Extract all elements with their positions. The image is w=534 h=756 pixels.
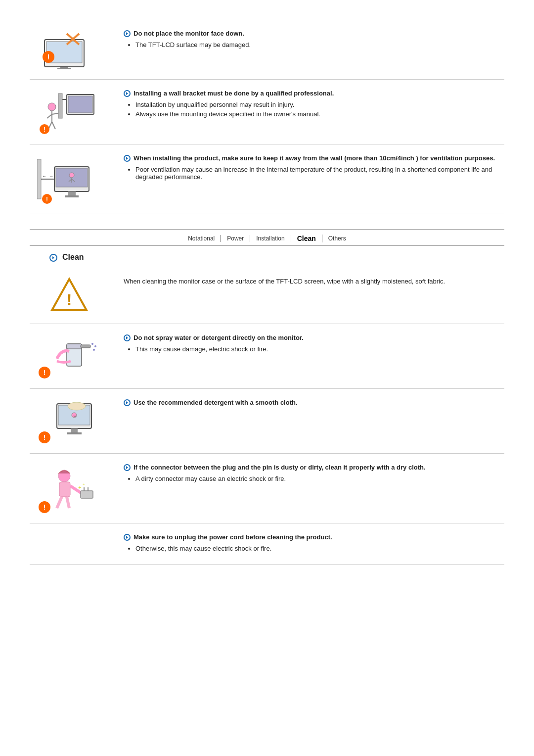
- svg-point-48: [68, 402, 86, 410]
- svg-line-62: [67, 497, 69, 508]
- svg-rect-56: [81, 491, 93, 498]
- svg-point-25: [69, 173, 74, 178]
- svg-point-39: [91, 343, 93, 345]
- clean-caution-text: When cleaning the monitor case or the su…: [124, 277, 504, 286]
- svg-line-15: [52, 113, 58, 114]
- bullet-item: Poor ventilation may cause an increase i…: [135, 166, 504, 181]
- svg-text:!: !: [67, 291, 72, 309]
- circle-arrow-icon: [124, 534, 131, 541]
- wall-bracket-image: !: [30, 90, 109, 134]
- svg-text:←: ←: [42, 174, 46, 179]
- no-spray-image: !: [30, 334, 109, 378]
- circle-arrow-icon: [124, 30, 131, 37]
- circle-arrow-icon: [124, 399, 131, 406]
- bullet-item: Always use the mounting device specified…: [135, 110, 504, 118]
- face-down-heading: Do not place the monitor face down.: [124, 30, 504, 37]
- connector-heading: If the connector between the plug and th…: [124, 464, 504, 471]
- svg-line-14: [47, 114, 52, 118]
- no-spray-section: ! Do not spray water or detergent direct…: [30, 324, 504, 389]
- svg-rect-11: [58, 94, 62, 118]
- svg-rect-37: [67, 344, 82, 349]
- svg-rect-24: [65, 195, 79, 197]
- warning-triangle-image: !: [30, 277, 109, 314]
- unplug-section: Make sure to unplug the power cord befor…: [30, 523, 504, 565]
- svg-text:!: !: [44, 126, 45, 133]
- svg-line-17: [52, 122, 55, 129]
- svg-rect-20: [37, 159, 41, 199]
- svg-text:→: →: [49, 174, 53, 179]
- svg-text:✦: ✦: [78, 485, 82, 490]
- nav-power[interactable]: Power: [221, 235, 250, 242]
- bullet-item: Installation by unqualified personnel ma…: [135, 101, 504, 108]
- face-down-image: !: [30, 30, 109, 69]
- ventilation-bullets: Poor ventilation may cause an increase i…: [135, 166, 504, 181]
- svg-text:!: !: [44, 433, 46, 441]
- svg-rect-54: [59, 482, 70, 497]
- bullet-item: A dirty connector may cause an electric …: [135, 475, 504, 482]
- unplug-content: Make sure to unplug the power cord befor…: [124, 533, 504, 554]
- svg-point-41: [93, 349, 95, 351]
- ventilation-section: ← → ! When installing the product, make …: [30, 144, 504, 214]
- circle-arrow-icon: [124, 90, 131, 97]
- wall-bracket-heading: Installing a wall bracket must be done b…: [124, 90, 504, 97]
- connector-bullets: A dirty connector may cause an electric …: [135, 475, 504, 482]
- connector-content: If the connector between the plug and th…: [124, 464, 504, 484]
- wall-bracket-bullets: Installation by unqualified personnel ma…: [135, 101, 504, 118]
- svg-text:oo: oo: [73, 415, 76, 418]
- circle-arrow-icon: [124, 155, 131, 162]
- unplug-bullets: Otherwise, this may cause electric shock…: [135, 545, 504, 552]
- face-down-content: Do not place the monitor face down. The …: [124, 30, 504, 50]
- svg-rect-46: [71, 428, 78, 432]
- detergent-image: oo !: [30, 399, 109, 443]
- detergent-heading: Use the recommended detergent with a smo…: [124, 399, 504, 406]
- svg-text:!: !: [44, 369, 46, 377]
- circle-arrow-icon: [124, 334, 131, 341]
- nav-clean[interactable]: Clean: [291, 235, 322, 242]
- bullet-item: Otherwise, this may cause electric shock…: [135, 545, 504, 552]
- ventilation-heading: When installing the product, make sure t…: [124, 154, 504, 162]
- bullet-item: This may cause damage, electric shock or…: [135, 345, 504, 353]
- svg-rect-3: [57, 68, 71, 69]
- svg-text:!: !: [44, 503, 46, 511]
- clean-caution-row: ! When cleaning the monitor case or the …: [30, 267, 504, 324]
- no-spray-content: Do not spray water or detergent directly…: [124, 334, 504, 355]
- nav-notational[interactable]: Notational: [182, 235, 221, 242]
- svg-rect-47: [67, 432, 82, 434]
- unplug-heading: Make sure to unplug the power cord befor…: [124, 533, 504, 541]
- clean-circle-arrow-icon: [49, 254, 57, 262]
- navigation-bar: Notational Power Installation Clean Othe…: [30, 229, 504, 246]
- nav-installation[interactable]: Installation: [250, 235, 291, 242]
- connector-image: ✦ + !: [30, 464, 109, 513]
- wall-bracket-content: Installing a wall bracket must be done b…: [124, 90, 504, 120]
- clean-caution-content: When cleaning the monitor case or the su…: [124, 277, 504, 286]
- no-spray-heading: Do not spray water or detergent directly…: [124, 334, 504, 341]
- circle-arrow-icon: [124, 464, 131, 471]
- ventilation-content: When installing the product, make sure t…: [124, 154, 504, 183]
- connector-section: ✦ + ! If the connector between the plug …: [30, 454, 504, 523]
- svg-rect-9: [68, 96, 92, 113]
- ventilation-image: ← → !: [30, 154, 109, 204]
- svg-rect-23: [68, 191, 76, 195]
- svg-point-40: [94, 345, 96, 347]
- wall-bracket-section: ! Installing a wall bracket must be done…: [30, 80, 504, 144]
- detergent-content: Use the recommended detergent with a smo…: [124, 399, 504, 410]
- svg-line-61: [57, 497, 62, 508]
- svg-rect-38: [81, 345, 90, 348]
- svg-text:+: +: [83, 482, 85, 487]
- svg-text:!: !: [47, 53, 50, 61]
- face-down-bullets: The TFT-LCD surface may be damaged.: [135, 41, 504, 48]
- bullet-item: The TFT-LCD surface may be damaged.: [135, 41, 504, 48]
- clean-title: Clean: [49, 253, 504, 262]
- svg-point-12: [48, 103, 56, 111]
- svg-text:!: !: [46, 196, 48, 203]
- nav-others[interactable]: Others: [322, 235, 352, 242]
- detergent-section: oo ! Use the recommended detergent with …: [30, 389, 504, 454]
- no-spray-bullets: This may cause damage, electric shock or…: [135, 345, 504, 353]
- face-down-section: ! Do not place the monitor face down. Th…: [30, 20, 504, 80]
